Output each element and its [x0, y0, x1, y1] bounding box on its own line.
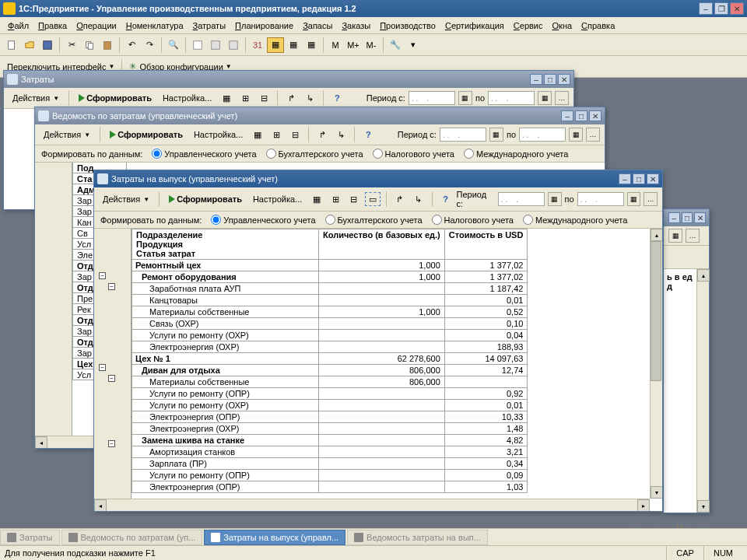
date-from-input[interactable]: [440, 128, 486, 142]
table-row[interactable]: Электроэнергия (ОПР)1,03: [132, 481, 650, 493]
window-titlebar[interactable]: – □ ✕: [664, 209, 709, 226]
radio-international[interactable]: Международного учета: [523, 215, 627, 225]
radio-management[interactable]: Управленческого учета: [152, 149, 256, 159]
table-row[interactable]: Цех № 162 278,60014 097,63: [132, 353, 650, 365]
table-row[interactable]: Замена шкива на станке4,82: [132, 435, 650, 446]
table-row[interactable]: Услуги по ремонту (ОПР)0,92: [132, 388, 650, 400]
calendar-icon[interactable]: ▦: [489, 128, 503, 142]
close-button[interactable]: ✕: [558, 74, 570, 85]
table-row[interactable]: Ремонт оборудования1,0001 377,02: [132, 271, 650, 283]
task-costs[interactable]: Затраты: [0, 530, 60, 545]
tool-icon[interactable]: ▦: [219, 91, 234, 105]
help-icon[interactable]: ?: [438, 192, 454, 206]
window-titlebar[interactable]: Затраты – □ ✕: [4, 71, 573, 88]
copy-icon[interactable]: [81, 37, 98, 53]
task-cost-output-statement[interactable]: Ведомость затраты на вып...: [347, 530, 488, 545]
date-from-input[interactable]: [498, 192, 545, 206]
table-row[interactable]: Услуги по ремонту (ОПР)0,09: [132, 470, 650, 481]
scroll-left-icon[interactable]: ◂: [35, 436, 47, 448]
tool3-icon[interactable]: [225, 37, 242, 53]
settings-button[interactable]: Настройка...: [190, 128, 247, 142]
minimize-button[interactable]: –: [530, 74, 542, 85]
scroll-thumb[interactable]: [651, 241, 661, 381]
table-row[interactable]: Канцтовары0,01: [132, 295, 650, 306]
tool2-icon[interactable]: [207, 37, 224, 53]
maximize-button[interactable]: □: [633, 173, 645, 184]
grid2-icon[interactable]: ▦: [285, 37, 302, 53]
menu-планирование[interactable]: Планирование: [230, 19, 298, 32]
actions-menu[interactable]: Действия▼: [40, 128, 94, 142]
actions-menu[interactable]: Действия▼: [9, 91, 63, 105]
table-row[interactable]: Услуги по ремонту (ОХР)0,01: [132, 400, 650, 411]
help-icon[interactable]: ?: [360, 128, 376, 142]
table-row[interactable]: Заработная плата АУП1 187,42: [132, 283, 650, 295]
help-icon[interactable]: ?: [329, 91, 345, 105]
new-doc-icon[interactable]: [3, 37, 20, 53]
close-button[interactable]: ✕: [730, 2, 744, 15]
settings-button[interactable]: Настройка...: [249, 192, 306, 206]
radio-international[interactable]: Международного учета: [464, 149, 568, 159]
tool-icon[interactable]: ▦: [250, 128, 265, 142]
menu-запасы[interactable]: Запасы: [298, 19, 337, 32]
calendar-icon[interactable]: ▦: [569, 128, 583, 142]
expand-icon[interactable]: ⊞: [237, 91, 253, 105]
arrow1-icon[interactable]: ↱: [392, 192, 408, 206]
window-titlebar[interactable]: Ведомость по затратам (управленческий уч…: [35, 107, 605, 124]
tool-icon[interactable]: [189, 37, 206, 53]
table-row[interactable]: Ремонтный цех1,0001 377,02: [132, 260, 650, 271]
menu-затраты[interactable]: Затраты: [188, 19, 231, 32]
tree-toggle[interactable]: −: [108, 440, 115, 447]
scroll-right-icon[interactable]: ▸: [637, 499, 650, 511]
menu-правка[interactable]: Правка: [33, 19, 72, 32]
table-row[interactable]: Зарплата (ПР)0,34: [132, 458, 650, 470]
menu-сертификация[interactable]: Сертификация: [440, 19, 509, 32]
form-button[interactable]: Сформировать: [75, 91, 156, 105]
table-row[interactable]: Амортизация станков3,21: [132, 446, 650, 458]
collapse-icon[interactable]: ⊟: [346, 192, 362, 206]
table-row[interactable]: Электроэнергия (ОХР)1,48: [132, 423, 650, 435]
maximize-button[interactable]: □: [575, 110, 587, 121]
cut-icon[interactable]: ✂: [63, 37, 80, 53]
arrow2-icon[interactable]: ↳: [333, 128, 349, 142]
form-button[interactable]: Сформировать: [106, 128, 187, 142]
open-icon[interactable]: [21, 37, 38, 53]
arrow2-icon[interactable]: ↳: [411, 192, 426, 206]
minimize-button[interactable]: –: [619, 173, 631, 184]
settings-button[interactable]: Настройка...: [159, 91, 216, 105]
menu-операции[interactable]: Операции: [72, 19, 121, 32]
table-row[interactable]: Диван для отдыха806,00012,74: [132, 365, 650, 376]
arrow1-icon[interactable]: ↱: [314, 128, 330, 142]
expand-icon[interactable]: ⊞: [268, 128, 284, 142]
scroll-left-icon[interactable]: ◂: [94, 499, 107, 511]
close-button[interactable]: ✕: [589, 110, 601, 121]
data-table[interactable]: Подразделение Продукция Статья затрат Ко…: [132, 229, 650, 499]
date-to-input[interactable]: [577, 192, 624, 206]
menu-окна[interactable]: Окна: [548, 19, 577, 32]
more-button[interactable]: …: [644, 192, 658, 206]
undo-icon[interactable]: ↶: [123, 37, 140, 53]
date-from-input[interactable]: [409, 91, 455, 105]
m-minus-icon[interactable]: M-: [363, 37, 380, 53]
expand-icon[interactable]: ⊞: [328, 192, 343, 206]
minimize-button[interactable]: –: [668, 212, 680, 223]
grid-icon[interactable]: ▦: [267, 37, 284, 53]
find-icon[interactable]: 🔍: [165, 37, 182, 53]
wrench-icon[interactable]: 🔧: [387, 37, 404, 53]
radio-tax[interactable]: Налогового учета: [432, 215, 514, 225]
menu-файл[interactable]: Файл: [3, 19, 33, 32]
collapse-icon[interactable]: ⊟: [287, 128, 303, 142]
calc-icon[interactable]: ▦: [303, 37, 320, 53]
m-icon[interactable]: M: [327, 37, 344, 53]
minimize-button[interactable]: –: [699, 2, 713, 15]
menu-сервис[interactable]: Сервис: [509, 19, 548, 32]
table-row[interactable]: Материалы собственные1,0000,52: [132, 306, 650, 318]
date-to-input[interactable]: [488, 91, 535, 105]
restore-button[interactable]: ❐: [714, 2, 728, 15]
table-row[interactable]: Связь (ОХР)0,10: [132, 318, 650, 330]
task-cost-statement[interactable]: Ведомость по затратам (уп...: [61, 530, 203, 545]
tree-toggle[interactable]: −: [99, 272, 106, 279]
actions-menu[interactable]: Действия▼: [99, 192, 153, 206]
redo-icon[interactable]: ↷: [141, 37, 158, 53]
more-button[interactable]: …: [586, 128, 600, 142]
maximize-button[interactable]: □: [544, 74, 556, 85]
